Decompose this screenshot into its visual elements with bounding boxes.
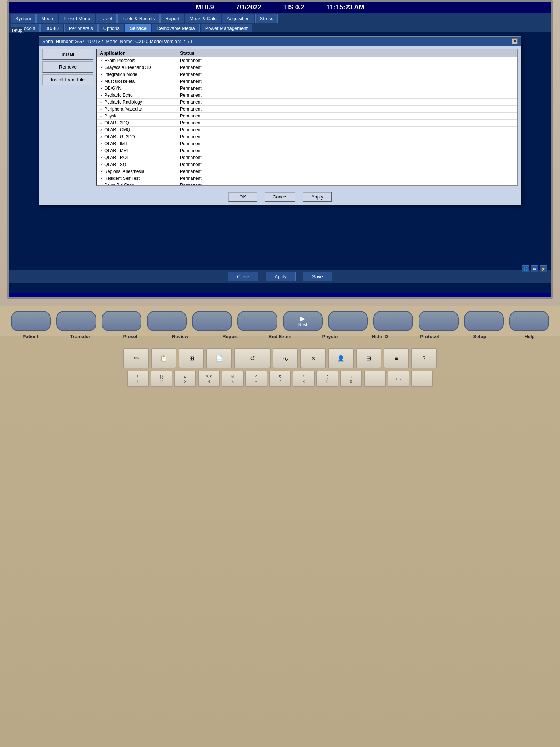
left-panel: Install Remove Install From File (42, 49, 93, 186)
key-help[interactable]: ? (411, 348, 437, 368)
transducer-button[interactable] (56, 311, 96, 331)
network-icon: 🌐 (522, 265, 529, 272)
list-item[interactable]: ✓ QLAB - MVI Permanent (97, 147, 517, 154)
key-minus-box[interactable]: ⊟ (356, 348, 381, 368)
list-item[interactable]: ✓ Physio Permanent (97, 113, 517, 120)
key-wave[interactable]: ∿ (273, 348, 298, 368)
dialog-close-button[interactable]: ✕ (512, 38, 518, 44)
list-item[interactable]: ✓ QLAB - 2DQ Permanent (97, 120, 517, 127)
remove-button[interactable]: Remove (42, 61, 93, 73)
list-item[interactable]: ✓ QLAB - ROI Permanent (97, 154, 517, 161)
report-button[interactable] (192, 311, 232, 331)
list-item[interactable]: ✓ Integration Mode Permanent (97, 71, 517, 78)
review-button[interactable] (147, 311, 187, 331)
key-2[interactable]: @2 (151, 371, 172, 387)
tab-options[interactable]: Options (98, 24, 124, 32)
tab-service[interactable]: Service (125, 24, 151, 32)
protocol-button[interactable] (419, 311, 458, 331)
key-undo[interactable]: ↺ (234, 348, 271, 368)
hide-id-button[interactable] (373, 311, 413, 331)
tab-system[interactable]: System (11, 14, 36, 23)
key-document[interactable]: 📄 (206, 348, 232, 368)
menu-icon: ≡ (394, 355, 398, 362)
tab-removable-media[interactable]: Removable Media (152, 24, 200, 32)
next-physio-button[interactable]: ▶ Next (283, 311, 323, 331)
key-6[interactable]: ^6 (245, 371, 267, 387)
cancel-button[interactable]: Cancel (265, 192, 295, 202)
fn-label-setup: Setup (456, 334, 503, 339)
key-0[interactable]: )0 (340, 371, 362, 387)
mi-value: MI 0.9 (196, 4, 214, 11)
list-item[interactable]: ✓ Peripheral Vascular Permanent (97, 106, 517, 113)
list-item[interactable]: ✓ Regional Anesthesia Permanent (97, 168, 517, 175)
key-person[interactable]: 👤 (328, 348, 354, 368)
list-item[interactable]: ✓ QLAB - CMQ Permanent (97, 127, 517, 133)
key-grid[interactable]: ⊞ (179, 348, 204, 368)
tab-label[interactable]: Label (96, 14, 117, 23)
screen-content: setup System Mode Preset Menu Label Tool… (9, 13, 551, 293)
key-8[interactable]: *8 (293, 371, 315, 387)
main-area: Serial Number: SG71102132, Model Name: C… (9, 32, 551, 283)
list-item[interactable]: ✓ Musculoskeletal Permanent (97, 78, 517, 85)
help-key-icon: ? (423, 355, 426, 362)
key-4[interactable]: $ £4 (198, 371, 220, 387)
service-bottom-bar: Close Apply Save (9, 270, 551, 283)
key-pencil[interactable]: ✏ (123, 348, 149, 368)
tab-report[interactable]: Report (160, 14, 184, 23)
dialog-content: Install Remove Install From File Applica… (39, 46, 521, 189)
tab-mode[interactable]: Mode (36, 14, 58, 23)
key-minus[interactable]: _- (364, 371, 386, 387)
tab-3d4d[interactable]: 3D/4D (40, 24, 63, 32)
key-backspace[interactable]: ← (411, 371, 433, 387)
install-from-file-button[interactable]: Install From File (42, 74, 93, 85)
setup-button[interactable] (464, 311, 504, 331)
end-exam-button[interactable] (237, 311, 277, 331)
physio-button[interactable] (328, 311, 368, 331)
menu-row-2: Protocols 3D/4D Peripherals Options Serv… (9, 23, 551, 32)
key-clipboard[interactable]: 📋 (151, 348, 176, 368)
tab-meas-calc[interactable]: Meas & Calc (185, 14, 221, 23)
tab-peripherals[interactable]: Peripherals (64, 24, 98, 32)
key-1[interactable]: !1 (127, 371, 149, 387)
tis-value: TIS 0.2 (283, 4, 304, 11)
install-button[interactable]: Install (42, 49, 93, 60)
help-button[interactable] (509, 311, 549, 331)
key-menu[interactable]: ≡ (384, 348, 409, 368)
apply-button[interactable]: Apply (303, 192, 332, 202)
power-icon: ⚡ (540, 265, 547, 272)
key-x[interactable]: ✕ (300, 348, 326, 368)
list-item[interactable]: ✓ Sales Bid Spec Permanent (97, 182, 517, 185)
control-buttons-row: ▶ Next (0, 306, 560, 336)
list-item[interactable]: ✓ Pediatric Radiology Permanent (97, 99, 517, 106)
list-item[interactable]: ✓ QLAB - IMT Permanent (97, 140, 517, 147)
list-item[interactable]: ✓ QLAB - GI 3DQ Permanent (97, 133, 517, 140)
patient-button[interactable] (11, 311, 51, 331)
screen-container: MI 0.9 7/1/2022 TIS 0.2 11:15:23 AM setu… (7, 0, 553, 299)
ok-button[interactable]: OK (228, 192, 257, 202)
key-5[interactable]: %5 (222, 371, 244, 387)
keyboard-area: ▶ Next Patient Transdcr Preset Review Re… (0, 306, 560, 747)
close-button[interactable]: Close (228, 272, 258, 281)
tab-power-management[interactable]: Power Management (201, 24, 252, 32)
key-7[interactable]: &7 (269, 371, 291, 387)
tab-acquisition[interactable]: Acquisition (222, 14, 254, 23)
service-apply-button[interactable]: Apply (266, 272, 296, 281)
app-list-scroll[interactable]: ✓ Exam Protocols Permanent ✓ Grayscale F… (97, 57, 517, 185)
list-item[interactable]: ✓ Pediatric Echo Permanent (97, 92, 517, 99)
key-9[interactable]: (9 (316, 371, 338, 387)
list-item[interactable]: ✓ OB/GYN Permanent (97, 85, 517, 92)
list-item[interactable]: ✓ QLAB - SQ Permanent (97, 161, 517, 168)
tab-preset-menu[interactable]: Preset Menu (59, 14, 95, 23)
key-3[interactable]: #3 (174, 371, 196, 387)
fn-label-end-exam: End Exam (257, 334, 303, 339)
tab-tools-results[interactable]: Tools & Results (117, 14, 160, 23)
key-plus[interactable]: + ÷ (388, 371, 409, 387)
list-item[interactable]: ✓ Resident Self Test Permanent (97, 175, 517, 182)
x-icon: ✕ (311, 355, 316, 362)
list-item[interactable]: ✓ Exam Protocols Permanent (97, 57, 517, 64)
save-button[interactable]: Save (303, 272, 332, 281)
list-item[interactable]: ✓ Grayscale Freehand 3D Permanent (97, 64, 517, 71)
fn-label-report: Report (207, 334, 253, 339)
tab-stress[interactable]: Stress (255, 14, 278, 23)
preset-button[interactable] (102, 311, 141, 331)
